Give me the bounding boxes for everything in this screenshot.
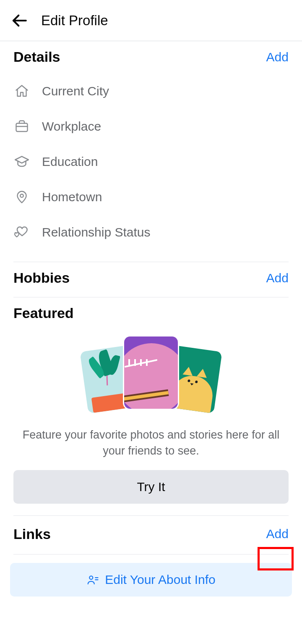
links-add-button[interactable]: Add [266,527,289,541]
svg-point-2 [20,194,23,197]
hobbies-section: Hobbies Add [13,262,289,297]
page-title: Edit Profile [41,13,108,29]
edit-about-info-label: Edit Your About Info [105,573,216,587]
detail-hometown[interactable]: Hometown [13,179,289,215]
detail-label: Workplace [42,119,101,134]
detail-label: Education [42,155,98,169]
links-title: Links [13,526,51,542]
back-button[interactable] [9,11,29,31]
detail-label: Hometown [42,190,102,204]
edit-about-info-button[interactable]: Edit Your About Info [10,563,292,597]
featured-section: Featured Feature your fav [13,297,289,516]
links-section: Links Add [13,516,289,555]
detail-current-city[interactable]: Current City [13,74,289,109]
detail-label: Relationship Status [42,225,151,239]
hobbies-add-button[interactable]: Add [266,271,289,285]
top-bar: Edit Profile [0,0,302,41]
location-pin-icon [13,189,30,205]
detail-workplace[interactable]: Workplace [13,109,289,144]
details-add-button[interactable]: Add [266,50,289,64]
featured-illustration [84,336,218,416]
home-icon [13,83,30,100]
svg-rect-1 [16,124,28,132]
detail-label: Current City [42,84,109,98]
hobbies-title: Hobbies [13,270,70,286]
briefcase-icon [13,118,30,135]
featured-title: Featured [13,305,74,321]
graduation-cap-icon [13,153,30,170]
detail-education[interactable]: Education [13,144,289,179]
featured-description: Feature your favorite photos and stories… [13,426,289,470]
detail-relationship[interactable]: Relationship Status [13,215,289,250]
svg-point-3 [89,576,93,579]
featured-card-football [124,336,178,409]
person-card-icon [86,573,99,586]
featured-try-button[interactable]: Try It [13,470,289,504]
details-title: Details [13,49,60,65]
hearts-icon [13,224,30,241]
arrow-left-icon [10,12,28,29]
highlight-annotation [258,547,294,570]
details-section: Details Add Current City Workplace Edu [13,41,289,262]
